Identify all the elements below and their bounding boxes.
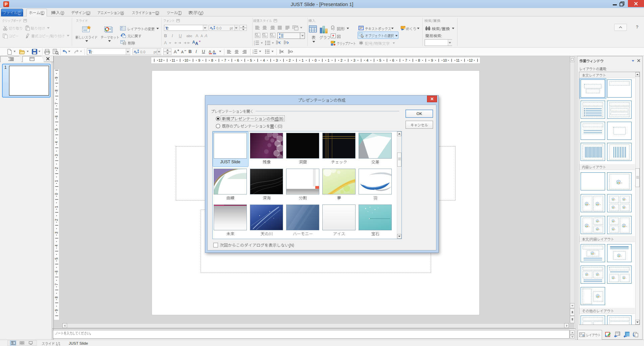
svg-text:10: 10: [184, 59, 189, 62]
svg-text:2: 2: [289, 59, 291, 62]
svg-text:5: 5: [250, 59, 252, 62]
svg-text:12: 12: [159, 59, 163, 62]
svg-text:4: 4: [263, 59, 265, 62]
svg-text:3: 3: [253, 52, 254, 54]
svg-text:11: 11: [172, 59, 175, 62]
svg-text:0: 0: [55, 193, 58, 195]
svg-text:0: 0: [315, 59, 317, 62]
svg-text:A: A: [213, 50, 215, 54]
svg-text:3: 3: [276, 59, 278, 62]
svg-text:A: A: [181, 50, 184, 54]
svg-text:T: T: [167, 27, 169, 30]
svg-text:1: 1: [55, 206, 58, 208]
svg-text:7: 7: [55, 283, 58, 285]
svg-text:6: 6: [55, 115, 58, 117]
svg-text:A: A: [192, 40, 195, 45]
svg-text:6: 6: [237, 59, 239, 62]
svg-text:12: 12: [469, 59, 473, 62]
svg-text:A: A: [136, 52, 137, 54]
svg-text:9: 9: [431, 59, 433, 62]
svg-text:8: 8: [55, 296, 58, 298]
svg-text:5: 5: [55, 128, 58, 130]
svg-text:7: 7: [405, 59, 407, 62]
svg-text:5: 5: [55, 257, 58, 260]
svg-text:3: 3: [55, 154, 58, 156]
svg-text:8: 8: [211, 59, 213, 62]
svg-text:2: 2: [55, 219, 58, 221]
svg-text:8: 8: [55, 90, 58, 92]
svg-text:2: 2: [340, 59, 342, 62]
svg-text:A: A: [212, 28, 213, 30]
svg-text:8: 8: [418, 59, 420, 62]
svg-text:A: A: [174, 49, 177, 54]
svg-text:6: 6: [55, 271, 58, 273]
svg-text:9: 9: [198, 59, 200, 62]
svg-text:T: T: [90, 51, 92, 54]
svg-text:6: 6: [392, 59, 394, 62]
svg-text:5: 5: [379, 59, 381, 62]
svg-text:3: 3: [254, 44, 255, 45]
svg-text:7: 7: [224, 59, 226, 62]
svg-text:1: 1: [328, 59, 330, 62]
svg-text:4: 4: [55, 141, 58, 143]
svg-text:11: 11: [456, 59, 460, 62]
svg-text:4: 4: [55, 244, 58, 246]
svg-text:9: 9: [55, 309, 58, 311]
svg-text:3: 3: [55, 232, 58, 234]
svg-text:10: 10: [443, 59, 447, 62]
svg-text:1: 1: [302, 59, 304, 62]
svg-text:3: 3: [354, 59, 356, 62]
svg-text:A: A: [209, 50, 211, 54]
svg-text:2: 2: [55, 167, 58, 169]
svg-text:4: 4: [366, 59, 368, 62]
svg-text:A: A: [195, 41, 198, 46]
svg-text:7: 7: [55, 102, 58, 104]
svg-text:1: 1: [55, 180, 58, 182]
svg-text:9: 9: [55, 76, 58, 78]
